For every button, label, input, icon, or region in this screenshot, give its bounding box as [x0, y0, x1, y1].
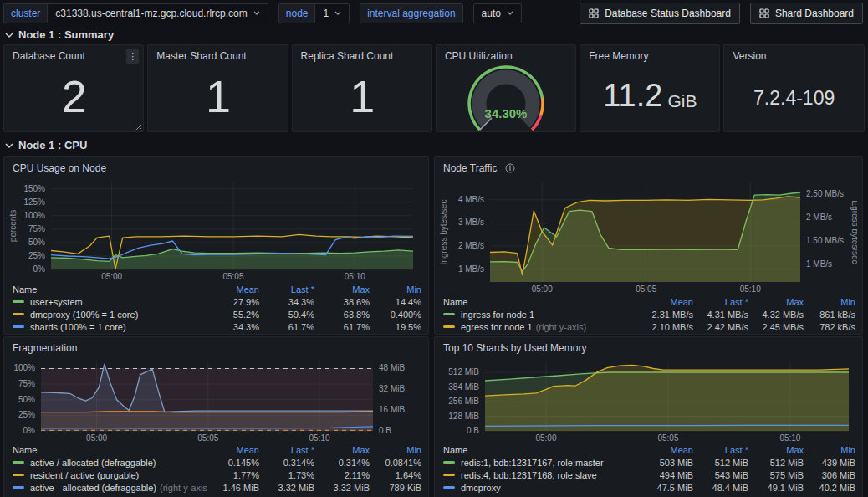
svg-text:0%: 0% — [23, 426, 36, 435]
aggregation-select[interactable]: auto — [473, 3, 522, 23]
legend-stat-value: 543 MiB — [693, 470, 748, 480]
legend-stat-value: 0.314% — [259, 458, 314, 468]
legend-column[interactable]: Min — [370, 445, 421, 455]
legend-column[interactable]: Mean — [641, 297, 693, 307]
legend-stat-value: 1.77% — [207, 470, 259, 480]
legend-column-name[interactable]: Name — [443, 445, 641, 455]
svg-text:34.30%: 34.30% — [485, 106, 528, 120]
legend-column[interactable]: Min — [370, 284, 421, 295]
legend-column[interactable]: Last * — [693, 445, 748, 455]
panel-title[interactable]: Fragmentation — [13, 342, 77, 354]
panel-fragmentation: Fragmentation 0%25%50%75%100%0 B16 MiB32… — [3, 336, 429, 497]
series-color-swatch — [443, 486, 455, 489]
legend-column[interactable]: Mean — [207, 284, 259, 295]
legend-row: redis:1, bdb:12317167, role:master503 Mi… — [443, 456, 855, 469]
database-count-value: 2 — [4, 65, 143, 126]
legend-column[interactable]: Mean — [207, 445, 259, 455]
legend-stat-value: 1.73% — [259, 470, 314, 480]
svg-text:05:00: 05:00 — [86, 433, 107, 443]
legend-series-label[interactable]: redis:1, bdb:12317167, role:master — [443, 458, 641, 468]
svg-text:2 MB/s: 2 MB/s — [806, 213, 832, 222]
legend-stat-value: 48.4 MiB — [693, 483, 748, 493]
panel-title[interactable]: Database Count — [13, 50, 85, 62]
svg-text:05:00: 05:00 — [101, 272, 122, 281]
svg-text:25%: 25% — [18, 410, 35, 419]
replica-shard-count-value: 1 — [293, 65, 431, 126]
row-header-cpu[interactable]: Node 1 : CPU — [0, 136, 868, 155]
info-icon[interactable] — [505, 163, 515, 173]
panel-title[interactable]: Top 10 Shards by Used Memory — [443, 342, 586, 354]
chevron-down-icon — [507, 11, 513, 15]
legend-row: dmcproxy47.5 MiB48.4 MiB49.1 MiB40.2 MiB — [443, 481, 855, 494]
legend-column[interactable]: Last * — [693, 297, 748, 307]
legend-column[interactable]: Max — [748, 445, 804, 455]
legend-stat-value: 27.9% — [207, 297, 259, 307]
panel-title[interactable]: Master Shard Count — [156, 50, 246, 62]
legend-column[interactable]: Min — [804, 445, 855, 455]
database-status-dashboard-button[interactable]: Database Status Dashboard — [580, 3, 740, 24]
legend-column-name[interactable]: Name — [443, 297, 641, 307]
panel-title[interactable]: CPU Usage on Node — [13, 162, 106, 174]
svg-text:150%: 150% — [23, 184, 45, 193]
node-traffic-chart[interactable]: 1 MB/s2 MB/s3 MB/s4 MB/s1 MB/s1.50 MB/s2… — [435, 176, 862, 295]
resize-handle[interactable] — [135, 123, 142, 131]
legend-row: resident / active (purgable)1.77%1.73%2.… — [13, 469, 421, 481]
legend-series-label[interactable]: redis:4, bdb:12317168, role:slave — [443, 470, 641, 480]
aggregation-value-variable: auto — [473, 3, 522, 23]
legend-row: redis:4, bdb:12317168, role:slave494 MiB… — [443, 469, 855, 481]
row-header-summary[interactable]: Node 1 : Summary — [0, 26, 868, 44]
legend-stat-value: 575 MiB — [748, 470, 804, 480]
legend-stat-value: 789 KiB — [370, 483, 421, 493]
legend-series-label[interactable]: user+system — [13, 297, 207, 307]
kebab-menu-icon[interactable]: ⋮ — [126, 49, 139, 64]
node-variable: node 1 — [278, 3, 350, 23]
svg-text:48 MiB: 48 MiB — [379, 363, 405, 372]
panel-cpu-utilization: CPU Utilization 34.30% — [436, 44, 576, 132]
dashboard-grid-icon — [589, 8, 599, 18]
panel-title[interactable]: Version — [733, 50, 766, 62]
panel-title[interactable]: Free Memory — [589, 50, 648, 62]
legend-stat-value: 3.32 MiB — [259, 483, 314, 493]
cpu-usage-legend: NameMeanLast *MaxMinuser+system27.9%34.3… — [4, 283, 428, 333]
legend-column[interactable]: Mean — [641, 445, 693, 455]
panel-title[interactable]: CPU Utilization — [445, 50, 513, 62]
legend-series-label[interactable]: active - allocated (defraggable)(right y… — [13, 483, 207, 493]
legend-column[interactable]: Max — [314, 445, 370, 455]
cpu-usage-chart[interactable]: 0%25%50%75%100%125%150%05:0005:0505:10pe… — [4, 176, 428, 283]
legend-series-label[interactable]: dmcproxy (100% = 1 core) — [13, 310, 207, 320]
legend-column[interactable]: Last * — [259, 284, 314, 295]
legend-series-label[interactable]: shards (100% = 1 core) — [13, 322, 207, 332]
legend-stat-value: 4.32 MB/s — [748, 310, 804, 320]
shard-dashboard-button[interactable]: Shard Dashboard — [750, 3, 863, 24]
legend-stat-value: 63.8% — [314, 310, 370, 320]
node-variable-label: node — [278, 3, 316, 23]
legend-column[interactable]: Max — [748, 297, 804, 307]
legend-column-name[interactable]: Name — [13, 445, 207, 455]
legend-column[interactable]: Last * — [259, 445, 314, 455]
legend-series-label[interactable]: dmcproxy — [443, 483, 641, 493]
top-shards-memory-chart[interactable]: 0 B128 MiB256 MiB384 MiB512 MiB05:0005:0… — [435, 356, 862, 443]
legend-stat-value: 61.7% — [259, 322, 314, 332]
free-memory-value: 11.2GiB — [580, 65, 719, 126]
cluster-variable-select[interactable]: c31338.us-central1-mz.gcp.cloud.rlrcp.co… — [47, 3, 268, 23]
node-variable-value: 1 — [323, 8, 329, 19]
legend-series-label[interactable]: egress for node 1(right y-axis) — [443, 322, 641, 332]
svg-text:384 MiB: 384 MiB — [448, 382, 479, 392]
legend-stat-value: 19.5% — [370, 322, 421, 332]
panel-title[interactable]: Replica Shard Count — [301, 50, 394, 62]
fragmentation-chart[interactable]: 0%25%50%75%100%0 B16 MiB32 MiB48 MiB05:0… — [4, 356, 428, 443]
interval-aggregation-label: interval aggregation — [360, 3, 462, 23]
svg-text:05:10: 05:10 — [779, 433, 800, 443]
panel-title[interactable]: Node Traffic — [443, 162, 497, 174]
legend-column-name[interactable]: Name — [13, 284, 207, 295]
legend-stat-value: 4.31 MB/s — [693, 310, 748, 320]
legend-series-label[interactable]: active / allocated (defraggable) — [13, 458, 207, 468]
legend-column[interactable]: Min — [804, 297, 855, 307]
svg-text:100%: 100% — [23, 211, 45, 220]
legend-row: user+system27.9%34.3%38.6%14.4% — [13, 295, 421, 308]
svg-text:125%: 125% — [23, 197, 45, 207]
node-variable-select[interactable]: 1 — [314, 3, 350, 23]
legend-series-label[interactable]: resident / active (purgable) — [13, 470, 207, 480]
legend-series-label[interactable]: ingress for node 1 — [443, 310, 641, 320]
legend-column[interactable]: Max — [314, 284, 370, 295]
